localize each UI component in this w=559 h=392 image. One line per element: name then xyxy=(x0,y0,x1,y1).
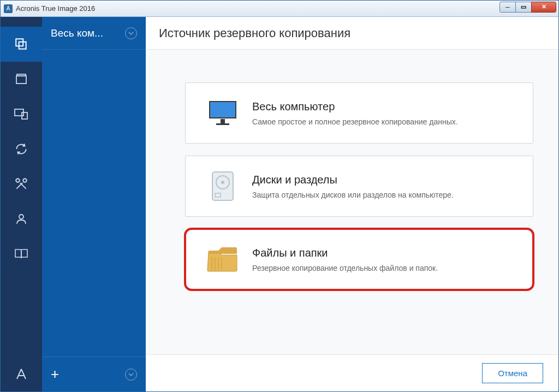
card-entire-computer[interactable]: Весь компьютер Самое простое и полное ре… xyxy=(185,82,533,144)
window-controls: ─ ▭ ✕ xyxy=(500,2,556,13)
rail-acronis-logo[interactable] xyxy=(1,357,42,391)
card-desc: Самое простое и полное резервное копиров… xyxy=(252,117,458,126)
tools-icon xyxy=(14,177,28,191)
context-header[interactable]: Весь ком... xyxy=(42,17,146,50)
chevron-down-icon[interactable] xyxy=(125,369,137,381)
app-icon: A xyxy=(4,4,13,13)
devices-icon xyxy=(14,108,28,120)
rail-devices[interactable] xyxy=(1,97,42,132)
svg-rect-1 xyxy=(19,42,26,49)
close-icon: ✕ xyxy=(542,3,546,10)
card-desc: Защита отдельных дисков или разделов на … xyxy=(252,191,454,199)
disk-icon xyxy=(201,170,245,202)
acronis-logo-icon xyxy=(15,367,28,381)
rail-archive[interactable] xyxy=(1,62,42,97)
archive-icon xyxy=(15,73,28,86)
help-icon xyxy=(14,248,28,260)
context-footer: + xyxy=(42,357,146,391)
rail-help[interactable] xyxy=(1,236,42,271)
account-icon xyxy=(15,212,28,225)
nav-rail xyxy=(1,17,42,391)
card-desc: Резервное копирование отдельных файлов и… xyxy=(252,264,438,272)
folder-icon xyxy=(201,246,245,272)
svg-point-18 xyxy=(221,181,224,184)
cancel-button[interactable]: Отмена xyxy=(482,363,543,383)
rail-account[interactable] xyxy=(1,201,42,236)
context-header-label: Весь ком... xyxy=(51,27,103,39)
svg-point-9 xyxy=(16,179,20,182)
page-title: Источник резервного копирования xyxy=(146,17,558,50)
window-title: Acronis True Image 2016 xyxy=(16,4,95,13)
svg-point-10 xyxy=(23,179,27,182)
svg-rect-14 xyxy=(221,119,225,123)
minimize-button[interactable]: ─ xyxy=(499,2,516,13)
footer-bar: Отмена xyxy=(146,354,558,391)
svg-rect-15 xyxy=(216,123,229,125)
titlebar: A Acronis True Image 2016 ─ ▭ ✕ xyxy=(1,1,558,17)
maximize-button[interactable]: ▭ xyxy=(515,2,532,13)
card-files-folders[interactable]: Файлы и папки Резервное копирование отде… xyxy=(185,229,533,290)
card-disks-partitions[interactable]: Диски и разделы Защита отдельных дисков … xyxy=(185,156,533,217)
svg-point-11 xyxy=(19,215,23,219)
svg-rect-4 xyxy=(17,74,26,76)
add-button[interactable]: + xyxy=(51,366,59,383)
chevron-down-icon xyxy=(125,27,137,39)
content-area: Весь компьютер Самое простое и полное ре… xyxy=(146,50,558,354)
rail-sync[interactable] xyxy=(1,132,42,167)
rail-backup[interactable] xyxy=(1,27,42,62)
card-title: Диски и разделы xyxy=(252,174,454,186)
app-body: Весь ком... + Источник резервного копиро… xyxy=(1,17,558,391)
svg-rect-0 xyxy=(16,39,23,46)
sync-icon xyxy=(14,142,28,156)
minimize-icon: ─ xyxy=(506,4,510,10)
close-button[interactable]: ✕ xyxy=(531,2,556,13)
svg-line-8 xyxy=(20,183,26,189)
card-title: Весь компьютер xyxy=(252,100,458,113)
card-title: Файлы и папки xyxy=(252,247,438,259)
monitor-icon xyxy=(201,99,245,127)
rail-tools[interactable] xyxy=(1,167,42,201)
svg-rect-2 xyxy=(16,76,26,84)
main-area: Источник резервного копирования Весь ком… xyxy=(146,17,558,391)
svg-rect-12 xyxy=(210,102,236,118)
maximize-icon: ▭ xyxy=(521,3,526,10)
app-window: A Acronis True Image 2016 ─ ▭ ✕ xyxy=(0,0,559,392)
context-panel: Весь ком... + xyxy=(42,17,146,391)
backup-icon xyxy=(14,37,28,51)
